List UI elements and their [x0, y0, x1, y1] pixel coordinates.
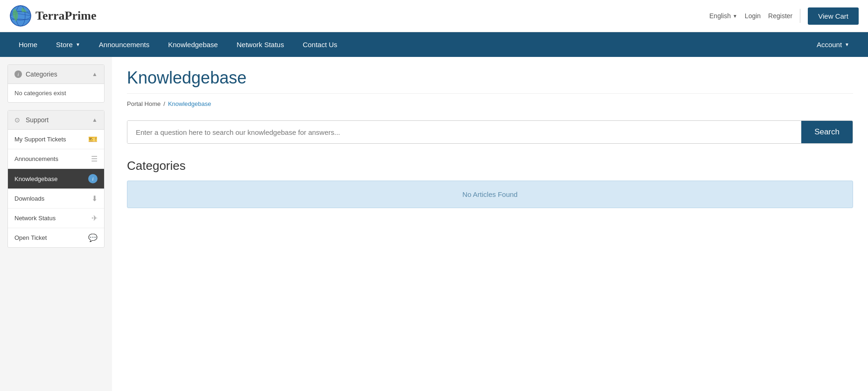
announcements-icon: ☰: [91, 154, 98, 163]
globe-icon: [9, 5, 32, 27]
view-cart-button[interactable]: View Cart: [808, 7, 859, 25]
breadcrumb-separator: /: [163, 100, 165, 107]
nav-item-store[interactable]: Store ▼: [47, 32, 90, 57]
search-input[interactable]: [127, 121, 801, 143]
nav-item-home[interactable]: Home: [9, 32, 47, 57]
no-categories-text: No categories exist: [14, 90, 66, 97]
sidebar-categories-header: i Categories ▲: [8, 65, 104, 84]
sidebar-support-header: ⊙ Support ▲: [8, 111, 104, 130]
top-bar: TerraPrime English ▼ Login Register View…: [0, 0, 868, 32]
title-divider: [127, 93, 853, 94]
support-collapse-icon[interactable]: ▲: [92, 117, 98, 123]
network-icon: ✈: [91, 214, 98, 223]
categories-collapse-icon[interactable]: ▲: [92, 71, 98, 77]
nav-bar: Home Store ▼ Announcements Knowledgebase…: [0, 32, 868, 57]
account-dropdown-arrow: ▼: [845, 42, 849, 47]
language-label: English: [709, 12, 731, 20]
sidebar-categories-body: No categories exist: [8, 84, 104, 102]
logo-area: TerraPrime: [9, 5, 96, 27]
download-icon: ⬇: [91, 194, 98, 203]
top-bar-divider: [800, 9, 800, 23]
ticket-icon: 🎫: [88, 135, 98, 144]
nav-item-network-status[interactable]: Network Status: [227, 32, 294, 57]
breadcrumb-home[interactable]: Portal Home: [127, 100, 161, 107]
sidebar-support-title: Support: [26, 116, 49, 124]
content-area: Knowledgebase Portal Home / Knowledgebas…: [112, 57, 868, 391]
store-dropdown-arrow: ▼: [76, 42, 80, 47]
main-container: i Categories ▲ No categories exist ⊙ Sup…: [0, 57, 868, 391]
sidebar-categories-section: i Categories ▲ No categories exist: [7, 64, 105, 103]
breadcrumb-current: Knowledgebase: [168, 100, 211, 107]
nav-item-announcements[interactable]: Announcements: [90, 32, 159, 57]
page-title: Knowledgebase: [127, 68, 853, 88]
search-button[interactable]: Search: [801, 121, 853, 143]
nav-item-contact-us[interactable]: Contact Us: [294, 32, 347, 57]
nav-item-knowledgebase[interactable]: Knowledgebase: [159, 32, 227, 57]
sidebar-item-network-status[interactable]: Network Status ✈: [8, 209, 104, 228]
sidebar-item-label: Open Ticket: [14, 234, 47, 241]
sidebar-categories-title: Categories: [26, 70, 57, 78]
login-link[interactable]: Login: [745, 12, 761, 20]
nav-item-account[interactable]: Account ▼: [807, 32, 859, 57]
info-icon: i: [14, 70, 22, 78]
sidebar-item-knowledgebase[interactable]: Knowledgebase i: [8, 169, 104, 189]
knowledgebase-info-icon: i: [88, 174, 98, 183]
nav-left: Home Store ▼ Announcements Knowledgebase…: [9, 32, 347, 57]
sidebar-support-section: ⊙ Support ▲ My Support Tickets 🎫 Announc…: [7, 110, 105, 248]
sidebar-item-my-support-tickets[interactable]: My Support Tickets 🎫: [8, 130, 104, 149]
register-link[interactable]: Register: [768, 12, 792, 20]
sidebar-item-label: Network Status: [14, 215, 56, 222]
sidebar-item-downloads[interactable]: Downloads ⬇: [8, 189, 104, 209]
sidebar-item-open-ticket[interactable]: Open Ticket 💬: [8, 228, 104, 247]
support-icon: ⊙: [14, 116, 22, 124]
logo-text: TerraPrime: [35, 9, 96, 23]
language-selector[interactable]: English ▼: [709, 12, 737, 20]
sidebar-item-label: Knowledgebase: [14, 175, 58, 182]
search-bar: Search: [127, 120, 853, 144]
top-right-actions: English ▼ Login Register View Cart: [709, 7, 859, 25]
sidebar: i Categories ▲ No categories exist ⊙ Sup…: [0, 57, 112, 391]
breadcrumb: Portal Home / Knowledgebase: [127, 100, 853, 107]
sidebar-item-label: My Support Tickets: [14, 136, 66, 143]
open-ticket-icon: 💬: [88, 233, 98, 242]
language-dropdown-arrow: ▼: [733, 14, 737, 19]
no-articles-box: No Articles Found: [127, 181, 853, 208]
no-articles-text: No Articles Found: [462, 190, 518, 198]
sidebar-item-label: Announcements: [14, 155, 58, 162]
nav-right: Account ▼: [807, 32, 859, 57]
sidebar-item-label: Downloads: [14, 195, 44, 202]
sidebar-item-announcements[interactable]: Announcements ☰: [8, 149, 104, 169]
categories-section-title: Categories: [127, 159, 853, 173]
